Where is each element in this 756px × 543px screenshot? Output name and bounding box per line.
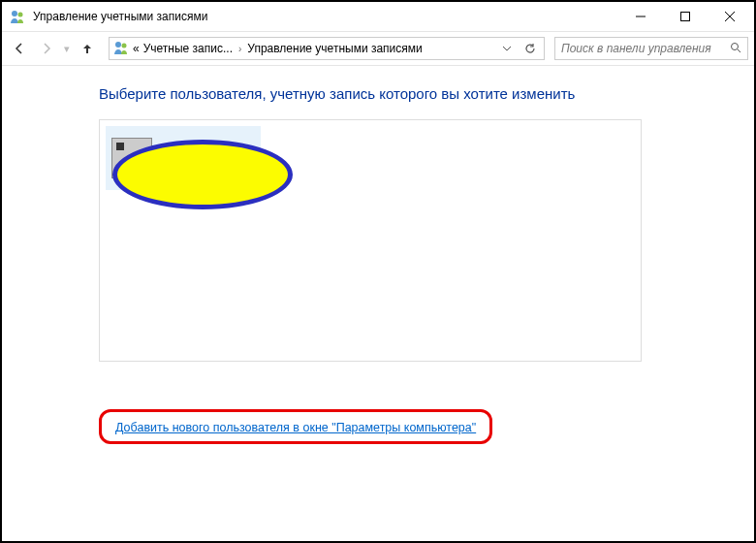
svg-rect-3 [681, 13, 690, 21]
search-input[interactable] [561, 42, 730, 55]
highlight-marker: Добавить нового пользователя в окне "Пар… [99, 409, 492, 444]
back-button[interactable] [8, 37, 31, 60]
minimize-button[interactable] [618, 2, 663, 31]
svg-point-1 [18, 13, 23, 17]
up-button[interactable] [76, 37, 99, 60]
breadcrumb-1[interactable]: Учетные запис... [143, 42, 233, 55]
search-icon[interactable] [730, 40, 741, 57]
breadcrumb-2[interactable]: Управление учетными записями [247, 42, 422, 55]
user-list-box [99, 119, 642, 362]
addressbar-icon [113, 40, 129, 58]
page-heading: Выберите пользователя, учетную запись ко… [99, 85, 715, 102]
breadcrumb-prefix: « [133, 42, 140, 55]
svg-line-9 [738, 49, 740, 52]
refresh-button[interactable] [520, 39, 540, 58]
svg-point-8 [732, 44, 739, 50]
svg-point-7 [122, 43, 127, 48]
chevron-right-icon[interactable]: › [238, 44, 241, 54]
svg-point-0 [12, 11, 17, 16]
address-dropdown-button[interactable] [497, 39, 517, 58]
navbar: ▾ « Учетные запис... › Управление учетны… [2, 31, 754, 66]
svg-point-6 [115, 42, 121, 48]
search-box[interactable] [554, 37, 748, 60]
address-bar[interactable]: « Учетные запис... › Управление учетными… [109, 37, 545, 60]
forward-button[interactable] [35, 37, 58, 60]
close-button[interactable] [708, 2, 752, 31]
history-chevron-icon[interactable]: ▾ [64, 43, 70, 55]
add-user-row: Добавить нового пользователя в окне "Пар… [99, 409, 492, 444]
maximize-button[interactable] [663, 2, 708, 31]
window-title: Управление учетными записями [33, 10, 618, 23]
window-root: Управление учетными записями ▾ « Учетные… [2, 2, 754, 541]
content-area: Выберите пользователя, учетную запись ко… [2, 66, 754, 541]
titlebar: Управление учетными записями [2, 2, 754, 31]
user-accounts-icon [10, 9, 25, 24]
add-user-link[interactable]: Добавить нового пользователя в окне "Пар… [115, 421, 476, 434]
avatar-icon [111, 138, 152, 178]
user-tile[interactable] [106, 126, 261, 190]
